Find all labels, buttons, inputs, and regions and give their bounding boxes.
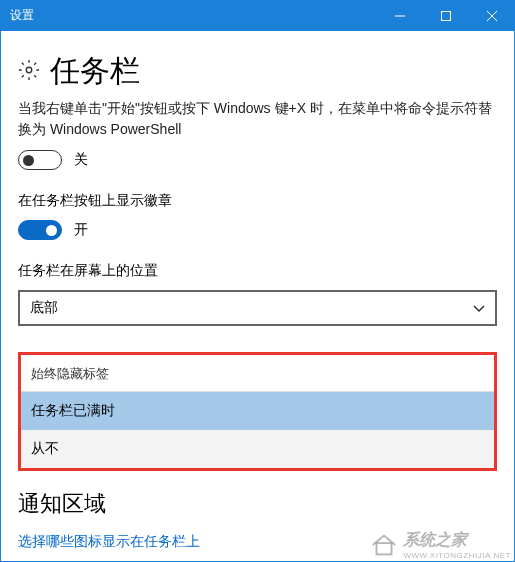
- window-title: 设置: [10, 7, 377, 24]
- watermark-url: WWW.XITONGZHIJIA.NET: [403, 551, 511, 560]
- hide-labels-dropdown-open: 始终隐藏标签 任务栏已满时 从不: [18, 352, 497, 471]
- window-controls: [377, 0, 515, 31]
- option-never[interactable]: 从不: [21, 430, 494, 468]
- watermark-text: 系统之家: [403, 530, 511, 551]
- hide-labels-header: 始终隐藏标签: [21, 355, 494, 392]
- badge-toggle-label: 开: [74, 221, 88, 239]
- powershell-toggle[interactable]: [18, 150, 62, 170]
- svg-rect-1: [442, 11, 451, 20]
- gear-icon: [18, 59, 40, 85]
- watermark: 系统之家 WWW.XITONGZHIJIA.NET: [369, 530, 511, 560]
- svg-point-4: [26, 67, 32, 73]
- close-button[interactable]: [469, 0, 515, 31]
- svg-rect-5: [377, 543, 392, 554]
- minimize-button[interactable]: [377, 0, 423, 31]
- chevron-down-icon: [473, 300, 485, 316]
- titlebar: 设置: [0, 0, 515, 31]
- notification-area-title: 通知区域: [18, 489, 497, 519]
- position-value: 底部: [30, 299, 473, 317]
- powershell-toggle-label: 关: [74, 151, 88, 169]
- badge-toggle[interactable]: [18, 220, 62, 240]
- powershell-desc: 当我右键单击"开始"按钮或按下 Windows 键+X 时，在菜单中将命令提示符…: [18, 98, 497, 140]
- badge-label: 在任务栏按钮上显示徽章: [18, 192, 497, 210]
- position-label: 任务栏在屏幕上的位置: [18, 262, 497, 280]
- watermark-logo-icon: [369, 531, 399, 559]
- option-taskbar-full[interactable]: 任务栏已满时: [21, 392, 494, 430]
- page-title: 任务栏: [50, 51, 140, 92]
- position-dropdown[interactable]: 底部: [18, 290, 497, 326]
- maximize-button[interactable]: [423, 0, 469, 31]
